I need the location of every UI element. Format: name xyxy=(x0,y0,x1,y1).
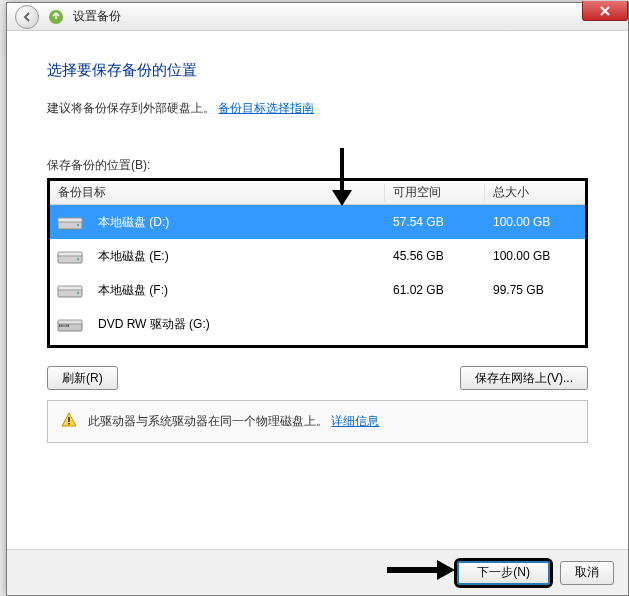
col-free[interactable]: 可用空间 xyxy=(385,184,485,201)
drive-table: 备份目标 可用空间 总大小 本地磁盘 (D:)57.54 GB100.00 GB… xyxy=(47,178,588,348)
warning-details-link[interactable]: 详细信息 xyxy=(331,414,379,428)
svg-rect-5 xyxy=(58,252,82,256)
svg-rect-13 xyxy=(58,320,82,324)
svg-point-3 xyxy=(77,224,79,226)
refresh-button[interactable]: 刷新(R) xyxy=(47,366,118,390)
close-button[interactable] xyxy=(582,1,628,21)
table-header: 备份目标 可用空间 总大小 xyxy=(50,181,585,205)
svg-point-6 xyxy=(77,258,79,260)
drive-name: 本地磁盘 (D:) xyxy=(98,214,169,231)
table-body: 本地磁盘 (D:)57.54 GB100.00 GB本地磁盘 (E:)45.56… xyxy=(50,205,585,345)
page-heading: 选择要保存备份的位置 xyxy=(47,61,588,80)
cancel-button[interactable]: 取消 xyxy=(560,561,614,585)
svg-point-9 xyxy=(77,292,79,294)
warning-text: 此驱动器与系统驱动器在同一个物理磁盘上。 详细信息 xyxy=(88,413,379,430)
col-target[interactable]: 备份目标 xyxy=(50,184,385,201)
hdd-icon xyxy=(56,212,84,232)
next-button[interactable]: 下一步(N) xyxy=(457,561,550,585)
free-space: 61.02 GB xyxy=(385,283,485,297)
table-row[interactable]: DVDDVD RW 驱动器 (G:) xyxy=(50,307,585,341)
list-label: 保存备份的位置(B): xyxy=(47,157,588,174)
total-size: 100.00 GB xyxy=(485,249,585,263)
recommendation-text: 建议将备份保存到外部硬盘上。 备份目标选择指南 xyxy=(47,100,588,117)
table-row[interactable]: 本地磁盘 (F:)61.02 GB99.75 GB xyxy=(50,273,585,307)
svg-rect-14 xyxy=(68,417,70,422)
back-button[interactable] xyxy=(15,5,39,29)
svg-rect-8 xyxy=(58,286,82,290)
col-total[interactable]: 总大小 xyxy=(485,184,585,201)
hdd-icon xyxy=(56,280,84,300)
hdd-icon xyxy=(56,246,84,266)
drive-name: 本地磁盘 (F:) xyxy=(98,282,168,299)
dvd-drive-icon: DVD xyxy=(56,314,84,334)
titlebar: 设置备份 xyxy=(7,3,628,31)
free-space: 45.56 GB xyxy=(385,249,485,263)
total-size: 99.75 GB xyxy=(485,283,585,297)
total-size: 100.00 GB xyxy=(485,215,585,229)
footer: 下一步(N) 取消 xyxy=(7,549,628,595)
table-row[interactable]: 本地磁盘 (D:)57.54 GB100.00 GB xyxy=(50,205,585,239)
warning-icon xyxy=(60,411,78,432)
table-row[interactable]: 本地磁盘 (E:)45.56 GB100.00 GB xyxy=(50,239,585,273)
window-title: 设置备份 xyxy=(73,8,121,25)
backup-icon xyxy=(47,8,65,26)
drive-name: DVD RW 驱动器 (G:) xyxy=(98,316,210,333)
svg-rect-2 xyxy=(58,218,82,222)
svg-rect-15 xyxy=(68,423,70,425)
wizard-window: 设置备份 选择要保存备份的位置 建议将备份保存到外部硬盘上。 备份目标选择指南 … xyxy=(6,2,629,596)
warning-box: 此驱动器与系统驱动器在同一个物理磁盘上。 详细信息 xyxy=(47,400,588,443)
content-area: 选择要保存备份的位置 建议将备份保存到外部硬盘上。 备份目标选择指南 保存备份的… xyxy=(7,31,628,463)
drive-name: 本地磁盘 (E:) xyxy=(98,248,169,265)
save-on-network-button[interactable]: 保存在网络上(V)... xyxy=(460,366,588,390)
guide-link[interactable]: 备份目标选择指南 xyxy=(218,101,314,115)
free-space: 57.54 GB xyxy=(385,215,485,229)
